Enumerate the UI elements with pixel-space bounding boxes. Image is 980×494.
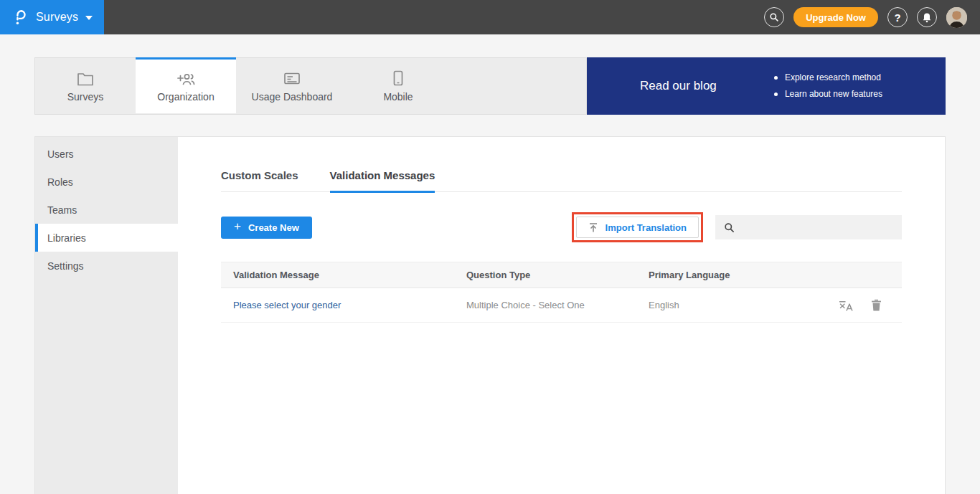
column-header-validation-message: Validation Message — [221, 270, 466, 280]
banner-title: Read our blog — [640, 79, 717, 93]
folder-icon — [77, 70, 94, 86]
blog-banner[interactable]: Read our blog Explore research method Le… — [587, 57, 946, 115]
search-button[interactable] — [764, 7, 784, 27]
add-people-icon — [176, 70, 195, 86]
search-icon — [724, 222, 735, 233]
bell-icon — [922, 12, 932, 23]
primary-nav: Surveys Organization Usage Dashboard — [34, 57, 587, 115]
sidebar-item-label: Teams — [47, 204, 77, 216]
banner-bullet: Learn about new features — [774, 86, 882, 103]
translate-button[interactable] — [838, 299, 853, 312]
user-avatar[interactable] — [946, 7, 967, 28]
trash-icon — [871, 299, 882, 311]
question-mark-icon: ? — [894, 11, 900, 24]
sidebar-item-roles[interactable]: Roles — [35, 168, 178, 196]
banner-bullet-list: Explore research method Learn about new … — [774, 70, 882, 103]
search-icon — [769, 12, 779, 22]
nav-tab-organization[interactable]: Organization — [136, 57, 236, 113]
delete-button[interactable] — [871, 299, 882, 311]
sidebar-item-teams[interactable]: Teams — [35, 196, 178, 224]
library-search-input[interactable] — [740, 222, 902, 233]
tab-custom-scales[interactable]: Custom Scales — [221, 169, 298, 193]
column-header-primary-language: Primary Language — [649, 270, 785, 280]
product-switcher[interactable]: Surveys — [0, 0, 104, 34]
topbar-actions: Upgrade Now ? — [764, 7, 980, 28]
plus-icon: + — [234, 219, 241, 234]
nav-tab-label: Organization — [157, 91, 214, 103]
banner-bullet: Explore research method — [774, 70, 882, 86]
validation-message-link[interactable]: Please select your gender — [233, 300, 341, 310]
tab-validation-messages[interactable]: Validation Messages — [330, 169, 435, 193]
nav-tab-surveys[interactable]: Surveys — [35, 58, 136, 114]
libraries-content: Custom Scales Validation Messages + Crea… — [178, 137, 945, 494]
nav-tab-mobile[interactable]: Mobile — [348, 58, 448, 114]
upload-icon — [588, 222, 598, 233]
column-header-question-type: Question Type — [466, 270, 649, 280]
import-translation-highlight: Import Translation — [572, 212, 703, 242]
organization-panel: Users Roles Teams Libraries Settings Cus… — [34, 136, 946, 494]
create-new-label: Create New — [248, 222, 299, 233]
dashboard-card-icon — [283, 70, 301, 86]
create-new-button[interactable]: + Create New — [221, 217, 312, 239]
validation-messages-table: Validation Message Question Type Primary… — [221, 262, 902, 323]
organization-sidebar: Users Roles Teams Libraries Settings — [35, 137, 178, 494]
questionpro-logo — [13, 9, 29, 26]
row-actions — [838, 299, 902, 312]
translate-icon — [838, 299, 853, 312]
sidebar-item-settings[interactable]: Settings — [35, 252, 178, 280]
table-row: Please select your gender Multiple Choic… — [221, 288, 902, 323]
library-search — [715, 215, 902, 239]
import-translation-label: Import Translation — [606, 222, 687, 233]
nav-tab-label: Mobile — [383, 91, 413, 103]
library-tabs: Custom Scales Validation Messages — [221, 169, 902, 192]
sidebar-item-label: Roles — [47, 176, 73, 188]
table-header-row: Validation Message Question Type Primary… — [221, 262, 902, 288]
import-translation-button[interactable]: Import Translation — [576, 217, 699, 238]
product-name: Surveys — [36, 11, 78, 24]
smartphone-icon — [393, 70, 403, 86]
sidebar-item-label: Libraries — [47, 232, 86, 244]
sidebar-item-label: Users — [47, 148, 74, 160]
nav-tab-label: Usage Dashboard — [252, 91, 333, 103]
question-type-cell: Multiple Choice - Select One — [466, 300, 649, 310]
chevron-down-icon — [85, 16, 93, 20]
top-bar: Surveys Upgrade Now ? — [0, 0, 980, 34]
actions-row: + Create New Import Translation — [221, 212, 902, 243]
avatar-photo — [946, 7, 967, 28]
sidebar-item-label: Settings — [47, 260, 84, 272]
sidebar-item-users[interactable]: Users — [35, 140, 178, 168]
primary-language-cell: English — [649, 300, 785, 310]
help-button[interactable]: ? — [887, 7, 908, 27]
upgrade-now-button[interactable]: Upgrade Now — [793, 7, 878, 27]
notifications-button[interactable] — [917, 7, 937, 27]
sidebar-item-libraries[interactable]: Libraries — [35, 224, 178, 252]
nav-tab-label: Surveys — [67, 91, 104, 103]
nav-tab-usage-dashboard[interactable]: Usage Dashboard — [236, 58, 348, 114]
